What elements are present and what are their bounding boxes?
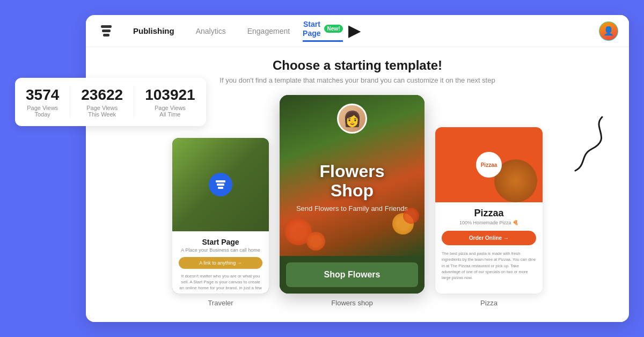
template-label-traveler: Traveler bbox=[208, 299, 233, 307]
logo-layer-mid bbox=[102, 30, 111, 32]
template-card-flowers[interactable]: 👩 Flowers Shop Send Flowers to Family an… bbox=[280, 95, 425, 307]
decorative-squiggle bbox=[570, 112, 613, 176]
template-card-traveler[interactable]: Start Page A Place your Business can cal… bbox=[172, 138, 269, 307]
traveler-preview: Start Page A Place your Business can cal… bbox=[172, 138, 269, 294]
stat-week: 23622 Page Views This Week bbox=[81, 86, 123, 118]
pizza-brand-name: Pizzaa bbox=[435, 202, 543, 220]
user-avatar[interactable]: 👤 bbox=[599, 21, 618, 41]
tab-publishing[interactable]: Publishing bbox=[125, 22, 183, 40]
stat-alltime: 103921 Page Views All Time bbox=[145, 86, 195, 118]
template-label-flowers: Flowers shop bbox=[331, 299, 372, 307]
traveler-bg bbox=[172, 138, 269, 231]
nav-tabs: Publishing Analytics Engagement StartPag… bbox=[125, 20, 362, 42]
stat-divider-2 bbox=[134, 86, 134, 118]
t-layer-3 bbox=[218, 187, 223, 189]
stats-card: 3574 Page Views Today 23622 Page Views T… bbox=[15, 78, 206, 126]
traveler-subtitle: A Place your Business can call home bbox=[179, 247, 262, 253]
flowers-text-area: Flowers Shop Send Flowers to Family and … bbox=[288, 130, 416, 221]
traveler-desc: It doesn't matter who you are or what yo… bbox=[179, 273, 262, 294]
tab-startpage[interactable]: StartPage New! bbox=[303, 20, 343, 42]
pizza-order-button[interactable]: Order Online → bbox=[442, 231, 536, 245]
pizza-brand-logo: Pizzaa bbox=[481, 162, 497, 168]
flowers-bg: 👩 Flowers Shop Send Flowers to Family an… bbox=[280, 95, 425, 256]
flowers-preview: 👩 Flowers Shop Send Flowers to Family an… bbox=[280, 95, 425, 294]
flowers-title: Flowers Shop bbox=[296, 162, 408, 200]
stat-alltime-label: Page Views All Time bbox=[145, 105, 195, 118]
flowers-avatar: 👩 bbox=[337, 104, 367, 134]
tab-engagement[interactable]: Engagement bbox=[239, 23, 298, 40]
pizza-preview: Pizzaa Pizzaa 100% Homemade Pizza 🍕 Orde… bbox=[435, 127, 543, 294]
t-layer-1 bbox=[216, 180, 225, 182]
flowers-tagline: Send Flowers to Family and Friends bbox=[296, 204, 408, 213]
pizza-content: Pizzaa 100% Homemade Pizza 🍕 Order Onlin… bbox=[435, 202, 543, 281]
flowers-cta-button[interactable]: Shop Flowers bbox=[286, 262, 418, 287]
logo-layer-top bbox=[101, 25, 112, 28]
stat-alltime-number: 103921 bbox=[145, 86, 195, 104]
avatar-image: 👤 bbox=[599, 22, 618, 40]
stat-today-number: 3574 bbox=[26, 86, 59, 104]
template-label-pizza: Pizza bbox=[480, 299, 497, 307]
pizza-top: Pizzaa bbox=[435, 127, 543, 202]
logo[interactable] bbox=[97, 21, 116, 41]
tab-analytics[interactable]: Analytics bbox=[187, 23, 235, 40]
pizza-description: The best pizza and pasta is made with fr… bbox=[435, 251, 543, 281]
logo-layer-bot bbox=[103, 34, 109, 36]
template-title: Choose a starting template! bbox=[99, 58, 616, 73]
flowers-avatar-icon: 👩 bbox=[343, 110, 362, 128]
stat-week-number: 23622 bbox=[81, 86, 123, 104]
pizza-sub: 100% Homemade Pizza 🍕 bbox=[435, 220, 543, 225]
traveler-cta-button[interactable]: A link to anything → bbox=[179, 257, 262, 269]
stat-week-label: Page Views This Week bbox=[81, 105, 123, 118]
startpage-label: StartPage bbox=[303, 20, 320, 38]
traveler-content: Start Page A Place your Business can cal… bbox=[172, 231, 269, 294]
pizza-logo: Pizzaa bbox=[476, 152, 502, 178]
flower-4 bbox=[403, 208, 419, 224]
traveler-logo-layers bbox=[216, 180, 225, 189]
new-badge: New! bbox=[324, 25, 343, 33]
traveler-title: Start Page bbox=[179, 238, 262, 246]
stat-today-label: Page Views Today bbox=[26, 105, 59, 118]
flowers-btn-wrap: Shop Flowers bbox=[280, 256, 425, 294]
t-layer-2 bbox=[217, 184, 224, 186]
nav-cursor-arrow: ▶ bbox=[348, 22, 360, 40]
main-card: Publishing Analytics Engagement StartPag… bbox=[86, 15, 629, 322]
flower-3 bbox=[306, 232, 325, 251]
navigation: Publishing Analytics Engagement StartPag… bbox=[86, 15, 629, 47]
template-card-pizza[interactable]: Pizzaa Pizzaa 100% Homemade Pizza 🍕 Orde… bbox=[435, 127, 543, 307]
traveler-logo bbox=[209, 173, 232, 196]
stat-today: 3574 Page Views Today bbox=[26, 86, 59, 118]
stat-divider-1 bbox=[70, 86, 70, 118]
